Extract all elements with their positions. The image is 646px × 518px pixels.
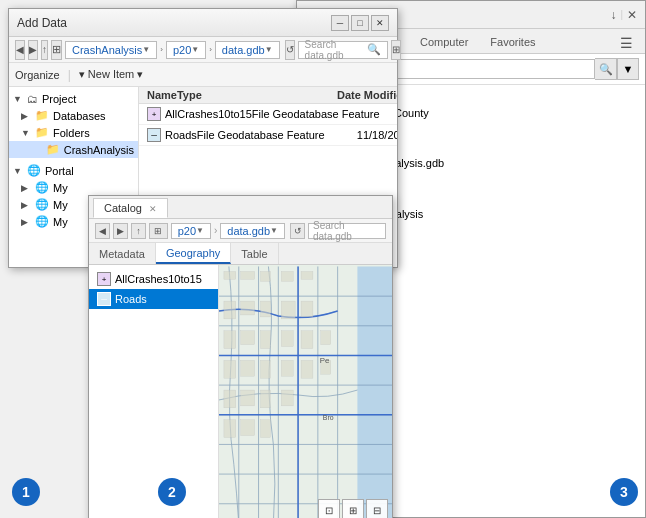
svg-rect-34 <box>321 331 331 345</box>
map-toolbar-bottom: ⊡ ⊞ ⊟ <box>318 499 388 518</box>
svg-rect-19 <box>224 271 236 279</box>
grid-view-button[interactable]: ⊞ <box>391 40 401 60</box>
minimize-button[interactable]: ─ <box>331 15 349 31</box>
cat-poly-icon: + <box>97 272 111 286</box>
search-box[interactable]: Search data.gdb 🔍 <box>298 41 388 59</box>
catalog-body-main: + AllCrashes10to15 ─ Roads <box>89 265 392 518</box>
cat-path-p20[interactable]: p20 ▼ <box>171 223 211 239</box>
metadata-tab[interactable]: Metadata <box>89 243 156 264</box>
geography-tab[interactable]: Geography <box>156 243 231 264</box>
tree-item-project[interactable]: ▼ 🗂 Project <box>9 91 138 107</box>
forward-button[interactable]: ▶ <box>28 40 38 60</box>
svg-rect-27 <box>301 271 313 279</box>
cat-search-box[interactable]: Search data.gdb <box>308 223 386 239</box>
svg-rect-25 <box>281 271 293 281</box>
cat-path-arrow: › <box>214 225 217 236</box>
badge-1: 1 <box>12 478 40 506</box>
tree-item-databases[interactable]: ▶ 📁 Databases <box>9 107 138 124</box>
cat-up-btn[interactable]: ↑ <box>131 223 146 239</box>
catalog-nav-tab-favorites[interactable]: Favorites <box>482 33 543 53</box>
map-tool-1[interactable]: ⊡ <box>318 499 340 518</box>
file-row-roads[interactable]: ─ Roads File Geodatabase Feature 11/18/2… <box>139 125 397 146</box>
map-tool-3[interactable]: ⊟ <box>366 499 388 518</box>
path-data-gdb[interactable]: data.gdb ▼ <box>215 41 280 59</box>
col-name: Name <box>147 89 177 101</box>
svg-rect-42 <box>241 390 255 406</box>
badge-3: 3 <box>610 478 638 506</box>
svg-rect-45 <box>224 420 236 438</box>
file-list-header: Name Type Date Modified <box>139 87 397 104</box>
file-row-name-2: ─ Roads <box>147 128 197 142</box>
svg-rect-38 <box>281 360 293 376</box>
catalog-content-tabs: Metadata Geography Table <box>89 243 392 265</box>
catalog-tab-active[interactable]: Catalog ✕ <box>93 198 168 218</box>
path-p20[interactable]: p20 ▼ <box>166 41 206 59</box>
catalog-tab-close[interactable]: ✕ <box>149 204 157 214</box>
map-svg: Pe Bro <box>219 265 392 518</box>
pin-icon[interactable]: ↓ <box>610 8 616 22</box>
new-item-button[interactable]: ▾ New Item ▾ <box>79 68 144 81</box>
tree-item-crash-analysis[interactable]: 📁 CrashAnalysis <box>9 141 138 158</box>
tree-item-folders[interactable]: ▼ 📁 Folders <box>9 124 138 141</box>
path-arrow-1: › <box>160 45 163 54</box>
cat-view-btn[interactable]: ⊞ <box>149 223 168 239</box>
svg-rect-29 <box>224 331 236 349</box>
table-tab[interactable]: Table <box>231 243 278 264</box>
catalog-items-list: + AllCrashes10to15 ─ Roads <box>89 265 219 518</box>
my1-icon: 🌐 <box>35 181 49 194</box>
my2-icon: 🌐 <box>35 198 49 211</box>
svg-rect-20 <box>241 271 255 279</box>
svg-rect-32 <box>281 331 293 347</box>
cat-fwd-btn[interactable]: ▶ <box>113 223 128 239</box>
svg-text:Pe: Pe <box>320 356 330 365</box>
svg-rect-22 <box>224 301 236 319</box>
add-data-title: Add Data <box>17 16 67 30</box>
map-tool-2[interactable]: ⊞ <box>342 499 364 518</box>
tree-item-my1[interactable]: ▶ 🌐 My <box>9 179 138 196</box>
svg-rect-33 <box>301 331 313 349</box>
cat-back-btn[interactable]: ◀ <box>95 223 110 239</box>
svg-rect-39 <box>301 360 313 378</box>
catalog-address-bar: ◀ ▶ ↑ ⊞ p20 ▼ › data.gdb ▼ ↺ Search data… <box>89 219 392 243</box>
path-crash-analysis[interactable]: CrashAnalysis ▼ <box>65 41 157 59</box>
catalog-tab-bar: Catalog ✕ <box>89 196 392 219</box>
catalog-item-allcrashes[interactable]: + AllCrashes10to15 <box>89 269 218 289</box>
svg-rect-36 <box>241 360 255 376</box>
svg-rect-24 <box>261 301 271 317</box>
refresh-button[interactable]: ↺ <box>285 40 295 60</box>
cat-refresh-btn[interactable]: ↺ <box>290 223 305 239</box>
databases-icon: 📁 <box>35 109 49 122</box>
add-data-address-bar: ◀ ▶ ↑ ⊞ CrashAnalysis ▼ › p20 ▼ › data.g… <box>9 37 397 63</box>
svg-rect-31 <box>261 331 271 349</box>
file-row-all-crashes[interactable]: + AllCrashes10to15 File Geodatabase Feat… <box>139 104 397 125</box>
maximize-button[interactable]: □ <box>351 15 369 31</box>
up-button[interactable]: ↑ <box>41 40 48 60</box>
cat-path-gdb[interactable]: data.gdb ▼ <box>220 223 285 239</box>
svg-rect-35 <box>224 360 236 378</box>
organize-button[interactable]: Organize <box>15 69 60 81</box>
catalog-close-icon[interactable]: ✕ <box>627 8 637 22</box>
svg-rect-26 <box>281 301 295 319</box>
add-data-window-controls: ─ □ ✕ <box>331 15 389 31</box>
project-icon: 🗂 <box>27 93 38 105</box>
badge-2: 2 <box>158 478 186 506</box>
map-area: Pe Bro ⊡ ⊞ ⊟ <box>219 265 392 518</box>
svg-rect-41 <box>224 390 236 408</box>
catalog-right-controls: ↓ | ✕ <box>610 8 637 22</box>
catalog-nav-tab-computer[interactable]: Computer <box>412 33 476 53</box>
svg-rect-46 <box>241 420 255 436</box>
catalog-menu-button[interactable]: ☰ <box>616 33 637 53</box>
crash-analysis-folder-icon: 📁 <box>46 143 60 156</box>
tree-item-portal[interactable]: ▼ 🌐 Portal <box>9 162 138 179</box>
catalog-search-options-button[interactable]: ▼ <box>617 58 639 80</box>
col-date: Date Modified <box>337 89 397 101</box>
col-type: Type <box>177 89 337 101</box>
cat-line-icon: ─ <box>97 292 111 306</box>
view-button[interactable]: ⊞ <box>51 40 62 60</box>
back-button[interactable]: ◀ <box>15 40 25 60</box>
catalog-item-roads[interactable]: ─ Roads <box>89 289 218 309</box>
close-button[interactable]: ✕ <box>371 15 389 31</box>
catalog-search-button[interactable]: 🔍 <box>595 58 617 80</box>
path-arrow-2: › <box>209 45 212 54</box>
search-icon: 🔍 <box>367 43 381 56</box>
